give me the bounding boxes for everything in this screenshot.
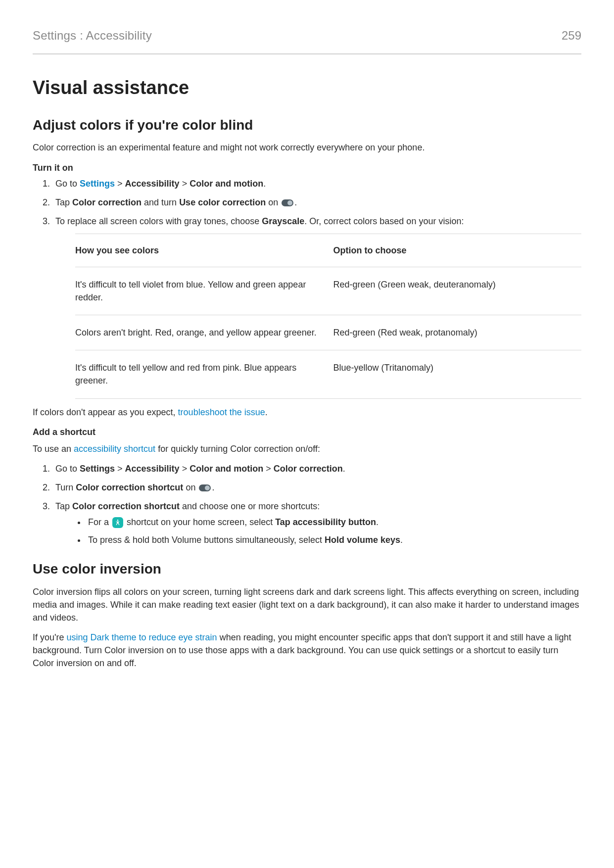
table-cell-see: It's difficult to tell yellow and red fr… <box>75 350 329 398</box>
page-number: 259 <box>562 27 581 45</box>
text: . <box>400 535 403 545</box>
svg-point-3 <box>205 485 210 490</box>
text: . <box>265 407 268 417</box>
text: . <box>343 464 345 474</box>
troubleshoot-link[interactable]: troubleshoot the issue <box>178 407 265 417</box>
text: > <box>115 179 125 189</box>
shortcut-step-2: Turn Color correction shortcut on . <box>52 481 581 494</box>
text: . <box>294 197 297 207</box>
section-heading-adjust-colors: Adjust colors if you're color blind <box>33 115 581 136</box>
text: To replace all screen colors with gray t… <box>55 216 262 226</box>
text: on <box>266 197 281 207</box>
accessibility-label: Accessibility <box>125 179 180 189</box>
shortcut-step-1: Go to Settings > Accessibility > Color a… <box>52 462 581 475</box>
text: shortcut on your home screen, select <box>124 517 275 527</box>
section-heading-color-inversion: Use color inversion <box>33 559 581 579</box>
step-3: To replace all screen colors with gray t… <box>52 215 581 399</box>
header-divider <box>33 53 581 54</box>
page-title: Visual assistance <box>33 74 581 101</box>
color-correction-shortcut-label: Color correction shortcut <box>76 482 183 492</box>
color-options-table: How you see colors Option to choose It's… <box>75 234 581 399</box>
table-header-option: Option to choose <box>329 234 582 267</box>
toggle-on-icon <box>282 199 293 206</box>
text: If colors don't appear as you expect, <box>33 407 178 417</box>
breadcrumb: Settings : Accessibility <box>33 27 152 45</box>
table-cell-see: Colors aren't bright. Red, orange, and y… <box>75 315 329 350</box>
shortcut-options: For a shortcut on your home screen, sele… <box>55 516 581 546</box>
table-row: Colors aren't bright. Red, orange, and y… <box>75 315 581 350</box>
color-and-motion-label: Color and motion <box>189 179 263 189</box>
accessibility-badge-icon <box>112 517 123 528</box>
svg-point-1 <box>287 200 292 205</box>
accessibility-label: Accessibility <box>125 464 180 474</box>
settings-label: Settings <box>80 464 115 474</box>
shortcut-intro: To use an accessibility shortcut for qui… <box>33 442 581 455</box>
text: To press & hold both Volume buttons simu… <box>88 535 325 545</box>
subhead-add-shortcut: Add a shortcut <box>33 426 581 438</box>
troubleshoot-paragraph: If colors don't appear as you expect, tr… <box>33 406 581 419</box>
text: on <box>183 482 198 492</box>
text: . Or, correct colors based on your visio… <box>304 216 464 226</box>
use-color-correction-label: Use color correction <box>179 197 266 207</box>
dark-theme-link[interactable]: using Dark theme to reduce eye strain <box>66 632 217 642</box>
text: > <box>180 179 190 189</box>
page-container: Settings : Accessibility 259 Visual assi… <box>0 0 614 716</box>
text: Turn <box>55 482 76 492</box>
shortcut-option-b: To press & hold both Volume buttons simu… <box>86 533 581 546</box>
step-1: Go to Settings > Accessibility > Color a… <box>52 177 581 190</box>
grayscale-label: Grayscale <box>262 216 304 226</box>
text: . <box>212 482 214 492</box>
subhead-turn-it-on: Turn it on <box>33 161 581 174</box>
inversion-paragraph-1: Color inversion flips all colors on your… <box>33 585 581 624</box>
text: > <box>263 464 274 474</box>
color-correction-shortcut-label: Color correction shortcut <box>72 501 180 511</box>
text: > <box>115 464 125 474</box>
shortcut-option-a: For a shortcut on your home screen, sele… <box>86 516 581 529</box>
text: > <box>180 464 190 474</box>
text: Tap <box>55 501 72 511</box>
toggle-on-icon <box>199 484 211 491</box>
step-2: Tap Color correction and turn Use color … <box>52 196 581 209</box>
color-motion-label: Color and motion <box>189 464 263 474</box>
shortcut-steps: Go to Settings > Accessibility > Color a… <box>33 462 581 546</box>
color-correction-label: Color correction <box>274 464 343 474</box>
text: Go to <box>55 464 80 474</box>
intro-paragraph: Color correction is an experimental feat… <box>33 141 581 154</box>
table-header-see: How you see colors <box>75 234 329 267</box>
hold-volume-keys-label: Hold volume keys <box>325 535 400 545</box>
table-cell-option: Red-green (Red weak, protanomaly) <box>329 315 582 350</box>
text: Tap <box>55 197 72 207</box>
color-correction-label: Color correction <box>72 197 142 207</box>
table-wrapper: How you see colors Option to choose It's… <box>75 234 581 399</box>
table-row: It's difficult to tell yellow and red fr… <box>75 350 581 398</box>
text: If you're <box>33 632 66 642</box>
text: . <box>263 179 266 189</box>
table-cell-option: Blue-yellow (Tritanomaly) <box>329 350 582 398</box>
table-cell-option: Red-green (Green weak, deuteranomaly) <box>329 267 582 315</box>
accessibility-shortcut-link[interactable]: accessibility shortcut <box>74 444 155 454</box>
table-row: It's difficult to tell violet from blue.… <box>75 267 581 315</box>
svg-point-4 <box>117 520 119 521</box>
shortcut-step-3: Tap Color correction shortcut and choose… <box>52 500 581 546</box>
tap-accessibility-button-label: Tap accessibility button <box>275 517 376 527</box>
text: and turn <box>142 197 179 207</box>
settings-link[interactable]: Settings <box>80 179 115 189</box>
text: . <box>376 517 378 527</box>
text: Go to <box>55 179 80 189</box>
text: To use an <box>33 444 74 454</box>
text: For a <box>88 517 111 527</box>
turn-on-steps: Go to Settings > Accessibility > Color a… <box>33 177 581 399</box>
table-cell-see: It's difficult to tell violet from blue.… <box>75 267 329 315</box>
text: and choose one or more shortcuts: <box>180 501 320 511</box>
text: for quickly turning Color correction on/… <box>155 444 320 454</box>
header-row: Settings : Accessibility 259 <box>33 27 581 45</box>
inversion-paragraph-2: If you're using Dark theme to reduce eye… <box>33 631 581 670</box>
